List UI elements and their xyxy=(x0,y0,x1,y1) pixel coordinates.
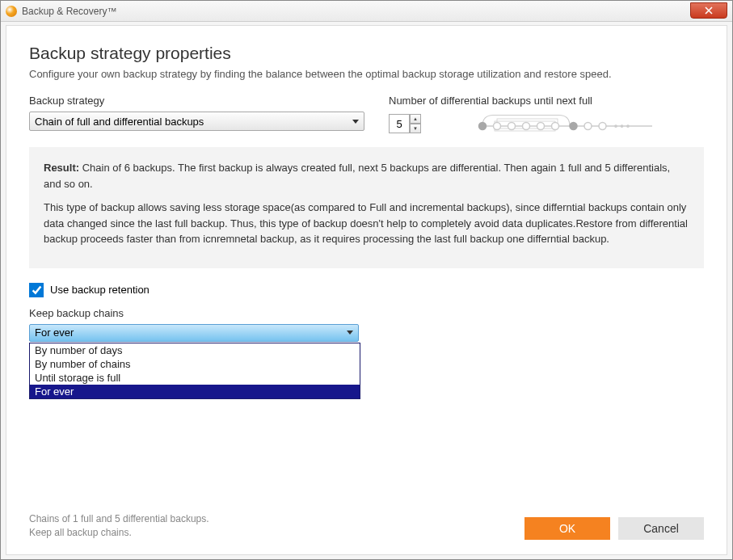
svg-point-11 xyxy=(599,123,606,130)
dialog-footer: Chains of 1 full and 5 differential back… xyxy=(29,503,704,540)
svg-point-13 xyxy=(621,124,624,128)
chevron-down-icon xyxy=(352,120,359,124)
svg-point-3 xyxy=(478,122,487,131)
titlebar: Backup & Recovery™ xyxy=(1,1,732,22)
retention-combo-value: For ever xyxy=(35,326,74,339)
result-line2: This type of backup allows saving less s… xyxy=(44,200,689,247)
footer-summary-line2: Keep all backup chains. xyxy=(29,526,209,540)
retention-dropdown: By number of days By number of chains Un… xyxy=(29,343,360,399)
app-icon xyxy=(6,6,17,17)
retention-option-days[interactable]: By number of days xyxy=(30,343,360,357)
svg-point-12 xyxy=(614,124,617,128)
svg-point-5 xyxy=(508,123,516,130)
dialog-body: Backup strategy properties Configure you… xyxy=(6,25,727,555)
svg-point-14 xyxy=(626,124,630,128)
retention-checkbox[interactable] xyxy=(29,283,44,297)
chevron-down-icon xyxy=(347,331,353,335)
result-line1: Chain of 6 backups. The first backup is … xyxy=(44,162,670,190)
keep-chains-label: Keep backup chains xyxy=(29,307,704,319)
result-panel: Result: Chain of 6 backups. The first ba… xyxy=(29,147,704,268)
svg-point-6 xyxy=(523,123,530,130)
strategy-combo-value: Chain of full and differential backups xyxy=(35,116,204,128)
page-title: Backup strategy properties xyxy=(29,44,704,63)
window: Backup & Recovery™ Backup strategy prope… xyxy=(0,0,733,560)
svg-point-4 xyxy=(494,123,501,130)
diff-count-up[interactable]: ▲ xyxy=(410,114,421,124)
footer-summary: Chains of 1 full and 5 differential back… xyxy=(29,512,209,540)
window-title: Backup & Recovery™ xyxy=(22,6,116,17)
retention-checkbox-label: Use backup retention xyxy=(50,284,150,296)
retention-option-forever[interactable]: For ever xyxy=(30,385,360,398)
strategy-combo[interactable]: Chain of full and differential backups xyxy=(29,112,364,131)
svg-point-8 xyxy=(552,123,559,130)
result-label: Result: xyxy=(44,162,79,174)
page-subtitle: Configure your own backup strategy by fi… xyxy=(29,68,704,80)
diff-count-down[interactable]: ▼ xyxy=(410,124,421,133)
strategy-label: Backup strategy xyxy=(29,95,364,107)
ok-button[interactable]: OK xyxy=(524,517,610,540)
svg-point-9 xyxy=(569,122,578,131)
svg-point-10 xyxy=(584,123,592,130)
retention-option-storage-full[interactable]: Until storage is full xyxy=(30,371,360,385)
retention-option-chains[interactable]: By number of chains xyxy=(30,357,360,371)
retention-combo[interactable]: For ever By number of days By number of … xyxy=(29,324,359,342)
close-icon xyxy=(705,6,713,15)
diff-count-label: Number of differential backups until nex… xyxy=(389,95,704,107)
svg-point-7 xyxy=(537,123,545,130)
check-icon xyxy=(32,284,42,295)
backup-chain-graphic xyxy=(431,112,704,136)
cancel-button[interactable]: Cancel xyxy=(618,517,704,540)
close-button[interactable] xyxy=(690,2,727,19)
footer-summary-line1: Chains of 1 full and 5 differential back… xyxy=(29,512,209,526)
diff-count-input[interactable] xyxy=(389,114,410,133)
